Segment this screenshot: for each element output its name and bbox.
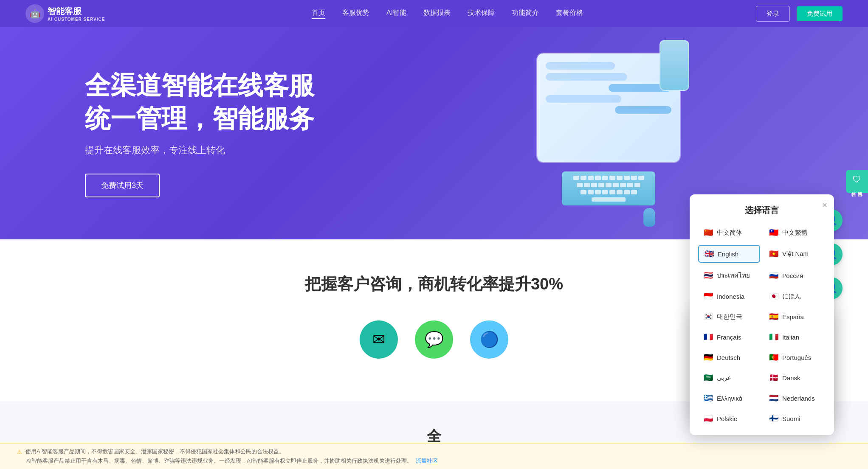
- lang-item-th[interactable]: 🇹🇭 ประเทศไทย: [698, 267, 760, 284]
- lang-label-pt: Português: [782, 354, 811, 361]
- lang-item-pl[interactable]: 🇵🇱 Polskie: [698, 410, 760, 427]
- lang-label-zh-cn: 中文简体: [717, 229, 742, 237]
- lang-item-en[interactable]: 🇬🇧 English: [698, 245, 760, 263]
- lang-item-zh-cn[interactable]: 🇨🇳 中文简体: [698, 225, 760, 241]
- lang-label-id: Indonesia: [717, 293, 744, 300]
- lang-item-fr[interactable]: 🇫🇷 Français: [698, 329, 760, 345]
- lang-item-ja[interactable]: 🇯🇵 にほん: [764, 288, 826, 304]
- flag-gr: 🇬🇷: [703, 393, 713, 403]
- language-modal: 选择语言 × 🇨🇳 中文简体 🇹🇼 中文繁體 🇬🇧 English 🇻🇳 Việ…: [690, 194, 834, 435]
- flag-vn: 🇻🇳: [769, 249, 779, 258]
- lang-label-es: España: [782, 313, 804, 320]
- flag-th: 🇹🇭: [703, 271, 713, 280]
- lang-label-fr: Français: [717, 334, 741, 341]
- lang-item-ar[interactable]: 🇸🇦 عربى: [698, 370, 760, 386]
- flag-zh-cn: 🇨🇳: [703, 228, 713, 237]
- lang-label-ko: 대한민국: [717, 313, 742, 321]
- lang-label-ar: عربى: [717, 374, 731, 382]
- flag-de: 🇩🇪: [703, 353, 713, 362]
- lang-item-dk[interactable]: 🇩🇰 Dansk: [764, 370, 826, 386]
- flag-ar: 🇸🇦: [703, 373, 713, 382]
- lang-item-ko[interactable]: 🇰🇷 대한민국: [698, 309, 760, 325]
- flag-fr: 🇫🇷: [703, 332, 713, 342]
- flag-es: 🇪🇸: [769, 312, 779, 321]
- flag-ru: 🇷🇺: [769, 271, 779, 280]
- lang-item-es[interactable]: 🇪🇸 España: [764, 309, 826, 325]
- flag-zh-tw: 🇹🇼: [769, 228, 779, 237]
- lang-item-nl[interactable]: 🇳🇱 Nederlands: [764, 390, 826, 406]
- flag-id: 🇮🇩: [703, 292, 713, 301]
- lang-label-ja: にほん: [782, 292, 801, 300]
- lang-label-it: Italian: [782, 334, 799, 341]
- lang-label-vn: Việt Nam: [782, 250, 809, 258]
- language-modal-title: 选择语言: [698, 205, 826, 216]
- lang-item-id[interactable]: 🇮🇩 Indonesia: [698, 288, 760, 304]
- flag-en: 🇬🇧: [704, 249, 714, 258]
- lang-item-de[interactable]: 🇩🇪 Deutsch: [698, 349, 760, 365]
- lang-label-dk: Dansk: [782, 374, 800, 382]
- lang-label-de: Deutsch: [717, 354, 740, 361]
- flag-pt: 🇵🇹: [769, 353, 779, 362]
- flag-it: 🇮🇹: [769, 332, 779, 342]
- lang-label-zh-tw: 中文繁體: [782, 229, 808, 237]
- flag-dk: 🇩🇰: [769, 373, 779, 382]
- flag-pl: 🇵🇱: [703, 414, 713, 423]
- lang-label-ru: Россия: [782, 272, 803, 279]
- flag-fi: 🇫🇮: [769, 414, 779, 423]
- lang-label-fi: Suomi: [782, 415, 800, 422]
- lang-item-vn[interactable]: 🇻🇳 Việt Nam: [764, 245, 826, 263]
- lang-item-pt[interactable]: 🇵🇹 Português: [764, 349, 826, 365]
- lang-item-ru[interactable]: 🇷🇺 Россия: [764, 267, 826, 284]
- language-grid: 🇨🇳 中文简体 🇹🇼 中文繁體 🇬🇧 English 🇻🇳 Việt Nam 🇹…: [698, 225, 826, 427]
- language-modal-close[interactable]: ×: [822, 200, 827, 210]
- lang-item-fi[interactable]: 🇫🇮 Suomi: [764, 410, 826, 427]
- lang-label-th: ประเทศไทย: [717, 270, 750, 281]
- flag-ja: 🇯🇵: [769, 292, 779, 301]
- lang-label-nl: Nederlands: [782, 395, 815, 402]
- lang-label-en: English: [718, 250, 738, 258]
- lang-label-pl: Polskie: [717, 415, 737, 422]
- language-modal-overlay: 选择语言 × 🇨🇳 中文简体 🇹🇼 中文繁體 🇬🇧 English 🇻🇳 Việ…: [0, 0, 868, 469]
- lang-item-it[interactable]: 🇮🇹 Italian: [764, 329, 826, 345]
- lang-item-gr[interactable]: 🇬🇷 Ελληνικά: [698, 390, 760, 406]
- lang-item-zh-tw[interactable]: 🇹🇼 中文繁體: [764, 225, 826, 241]
- flag-nl: 🇳🇱: [769, 393, 779, 403]
- lang-label-gr: Ελληνικά: [717, 395, 742, 402]
- flag-ko: 🇰🇷: [703, 312, 713, 321]
